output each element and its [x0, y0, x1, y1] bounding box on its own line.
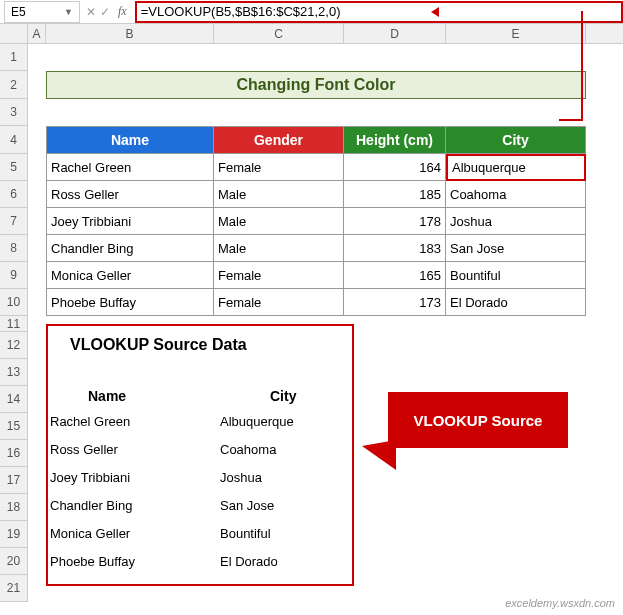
- col-header-D[interactable]: D: [344, 24, 446, 43]
- th-city: City: [446, 126, 586, 154]
- src-city[interactable]: El Dorado: [220, 554, 340, 569]
- column-headers: A B C D E: [0, 24, 623, 44]
- cell-city[interactable]: Bountiful: [446, 262, 586, 289]
- dropdown-icon[interactable]: ▼: [64, 7, 73, 17]
- row-header[interactable]: 18: [0, 494, 28, 521]
- cell-city-selected[interactable]: Albuquerque: [446, 154, 586, 181]
- cell-city[interactable]: Coahoma: [446, 181, 586, 208]
- src-name[interactable]: Chandler Bing: [50, 498, 220, 513]
- row-header[interactable]: 20: [0, 548, 28, 575]
- row-header[interactable]: 16: [0, 440, 28, 467]
- src-name[interactable]: Joey Tribbiani: [50, 470, 220, 485]
- src-city[interactable]: San Jose: [220, 498, 340, 513]
- row-header[interactable]: 5: [0, 154, 28, 181]
- select-all-corner[interactable]: [0, 24, 28, 43]
- cell-name[interactable]: Ross Geller: [46, 181, 214, 208]
- row-header[interactable]: 7: [0, 208, 28, 235]
- cell-height[interactable]: 185: [344, 181, 446, 208]
- th-name: Name: [46, 126, 214, 154]
- fx-icon[interactable]: fx: [114, 4, 131, 19]
- cell-name[interactable]: Phoebe Buffay: [46, 289, 214, 316]
- row-header[interactable]: 3: [0, 99, 28, 126]
- cell-name[interactable]: Rachel Green: [46, 154, 214, 181]
- row-header[interactable]: 13: [0, 359, 28, 386]
- arrow-line-icon: [581, 11, 583, 119]
- formula-input[interactable]: =VLOOKUP(B5,$B$16:$C$21,2,0): [135, 1, 623, 23]
- row-header[interactable]: 21: [0, 575, 28, 602]
- cell-height[interactable]: 178: [344, 208, 446, 235]
- row-header[interactable]: 12: [0, 332, 28, 359]
- arrow-head-icon: [431, 7, 439, 17]
- arrow-line-icon: [559, 119, 583, 121]
- src-name[interactable]: Monica Geller: [50, 526, 220, 541]
- source-title: VLOOKUP Source Data: [70, 336, 247, 354]
- name-box[interactable]: E5 ▼: [4, 1, 80, 23]
- cell-gender[interactable]: Female: [214, 262, 344, 289]
- source-header-city: City: [270, 388, 296, 404]
- cell-gender[interactable]: Male: [214, 235, 344, 262]
- col-header-C[interactable]: C: [214, 24, 344, 43]
- page-title: Changing Font Color: [46, 71, 586, 99]
- src-city[interactable]: Coahoma: [220, 442, 340, 457]
- src-city[interactable]: Albuquerque: [220, 414, 340, 429]
- src-name[interactable]: Phoebe Buffay: [50, 554, 220, 569]
- fx-controls: ✕ ✓ fx: [86, 4, 131, 19]
- cell-gender[interactable]: Male: [214, 181, 344, 208]
- row-header[interactable]: 4: [0, 126, 28, 154]
- row-header[interactable]: 6: [0, 181, 28, 208]
- cell-height[interactable]: 164: [344, 154, 446, 181]
- row-header[interactable]: 11: [0, 316, 28, 332]
- src-name[interactable]: Ross Geller: [50, 442, 220, 457]
- row-header[interactable]: 19: [0, 521, 28, 548]
- cell-city[interactable]: El Dorado: [446, 289, 586, 316]
- source-header-name: Name: [88, 388, 126, 404]
- accept-icon[interactable]: ✓: [100, 5, 110, 19]
- col-header-A[interactable]: A: [28, 24, 46, 43]
- col-header-E[interactable]: E: [446, 24, 586, 43]
- cell-height[interactable]: 173: [344, 289, 446, 316]
- row-header[interactable]: 8: [0, 235, 28, 262]
- callout-label: VLOOKUP Source: [388, 392, 568, 448]
- cell-height[interactable]: 165: [344, 262, 446, 289]
- row-header[interactable]: 15: [0, 413, 28, 440]
- cell-gender[interactable]: Male: [214, 208, 344, 235]
- src-city[interactable]: Joshua: [220, 470, 340, 485]
- src-name[interactable]: Rachel Green: [50, 414, 220, 429]
- th-gender: Gender: [214, 126, 344, 154]
- cell-name[interactable]: Monica Geller: [46, 262, 214, 289]
- cell-city[interactable]: Joshua: [446, 208, 586, 235]
- watermark: exceldemy.wsxdn.com: [505, 597, 615, 609]
- cell-city[interactable]: San Jose: [446, 235, 586, 262]
- row-header[interactable]: 14: [0, 386, 28, 413]
- th-height: Height (cm): [344, 126, 446, 154]
- row-header[interactable]: 1: [0, 44, 28, 71]
- col-header-B[interactable]: B: [46, 24, 214, 43]
- cell-gender[interactable]: Female: [214, 154, 344, 181]
- row-header[interactable]: 2: [0, 71, 28, 99]
- cell-height[interactable]: 183: [344, 235, 446, 262]
- src-city[interactable]: Bountiful: [220, 526, 340, 541]
- formula-bar: E5 ▼ ✕ ✓ fx =VLOOKUP(B5,$B$16:$C$21,2,0): [0, 0, 623, 24]
- name-box-value: E5: [11, 5, 64, 19]
- cell-gender[interactable]: Female: [214, 289, 344, 316]
- cell-name[interactable]: Chandler Bing: [46, 235, 214, 262]
- row-header[interactable]: 10: [0, 289, 28, 316]
- row-header[interactable]: 9: [0, 262, 28, 289]
- cell-name[interactable]: Joey Tribbiani: [46, 208, 214, 235]
- row-header[interactable]: 17: [0, 467, 28, 494]
- row-headers: 1 2 3 4 5 6 7 8 9 10 11 12 13 14 15 16 1…: [0, 44, 28, 602]
- cancel-icon[interactable]: ✕: [86, 5, 96, 19]
